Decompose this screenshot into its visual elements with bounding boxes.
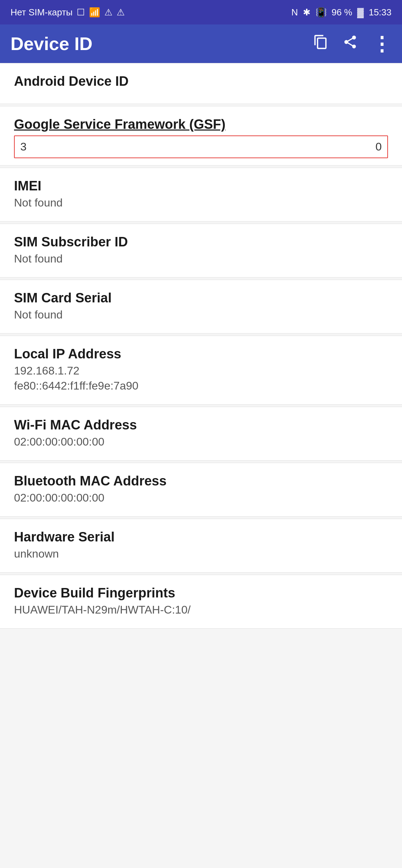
sim-subscriber-id-value: Not found — [14, 252, 388, 265]
status-bar: Нет SIM-карты ☐ 📶 ⚠ ⚠ N ✱ 📳 96 % ▓ 15:33 — [0, 0, 402, 24]
time: 15:33 — [369, 7, 391, 18]
app-title: Device ID — [11, 33, 92, 54]
device-build-fingerprints-card: Device Build Fingerprints HUAWEI/TAH-N29… — [0, 575, 402, 629]
sim-card-serial-title: SIM Card Serial — [14, 290, 388, 306]
android-device-id-card: Android Device ID — [0, 63, 402, 104]
sim-status: Нет SIM-карты — [11, 7, 72, 18]
battery-icon: ▓ — [357, 7, 364, 18]
warning-icon-2: ⚠ — [117, 7, 125, 18]
hardware-serial-card: Hardware Serial unknown — [0, 519, 402, 573]
imei-value: Not found — [14, 196, 388, 209]
bluetooth-icon: ✱ — [303, 7, 311, 18]
sim-subscriber-id-title: SIM Subscriber ID — [14, 234, 388, 250]
gsf-value-right: 0 — [375, 140, 382, 153]
vibrate-icon: 📳 — [316, 7, 327, 18]
sim-card-serial-value: Not found — [14, 308, 388, 321]
device-build-fingerprints-title: Device Build Fingerprints — [14, 586, 388, 601]
sim-card-serial-card: SIM Card Serial Not found — [0, 280, 402, 334]
wifi-icon: 📶 — [89, 7, 100, 18]
gsf-title: Google Service Framework (GSF) — [14, 117, 388, 132]
imei-title: IMEI — [14, 178, 388, 194]
android-device-id-title: Android Device ID — [14, 74, 388, 89]
local-ip-title: Local IP Address — [14, 346, 388, 362]
gsf-card: Google Service Framework (GSF) 3 0 — [0, 106, 402, 166]
wifi-mac-title: Wi-Fi MAC Address — [14, 418, 388, 433]
device-build-fingerprints-value: HUAWEI/TAH-N29m/HWTAH-C:10/ — [14, 603, 388, 616]
status-bar-left: Нет SIM-карты ☐ 📶 ⚠ ⚠ — [11, 7, 125, 18]
wifi-mac-card: Wi-Fi MAC Address 02:00:00:00:00:00 — [0, 407, 402, 461]
local-ip-value2: fe80::6442:f1ff:fe9e:7a90 — [14, 379, 388, 392]
app-bar-actions: ⋮ — [313, 33, 391, 55]
app-bar: Device ID ⋮ — [0, 24, 402, 63]
overflow-menu-icon[interactable]: ⋮ — [372, 33, 391, 55]
status-bar-right: N ✱ 📳 96 % ▓ 15:33 — [291, 7, 391, 18]
gsf-value-left: 3 — [20, 140, 27, 153]
warning-icon-1: ⚠ — [104, 7, 112, 18]
bluetooth-mac-card: Bluetooth MAC Address 02:00:00:00:00:00 — [0, 463, 402, 517]
wifi-mac-value: 02:00:00:00:00:00 — [14, 435, 388, 448]
share-icon[interactable] — [342, 34, 358, 53]
content: Android Device ID Google Service Framewo… — [0, 63, 402, 629]
local-ip-value: 192.168.1.72 — [14, 364, 388, 377]
copy-icon[interactable] — [313, 34, 328, 54]
bluetooth-mac-value: 02:00:00:00:00:00 — [14, 491, 388, 504]
gsf-value-highlight-box: 3 0 — [14, 135, 388, 158]
sim-icon: ☐ — [77, 7, 85, 18]
battery-level: 96 % — [332, 7, 352, 18]
bluetooth-mac-title: Bluetooth MAC Address — [14, 474, 388, 489]
sim-subscriber-id-card: SIM Subscriber ID Not found — [0, 224, 402, 278]
nfc-icon: N — [291, 7, 298, 18]
local-ip-card: Local IP Address 192.168.1.72 fe80::6442… — [0, 336, 402, 405]
hardware-serial-title: Hardware Serial — [14, 530, 388, 545]
imei-card: IMEI Not found — [0, 168, 402, 222]
hardware-serial-value: unknown — [14, 547, 388, 560]
